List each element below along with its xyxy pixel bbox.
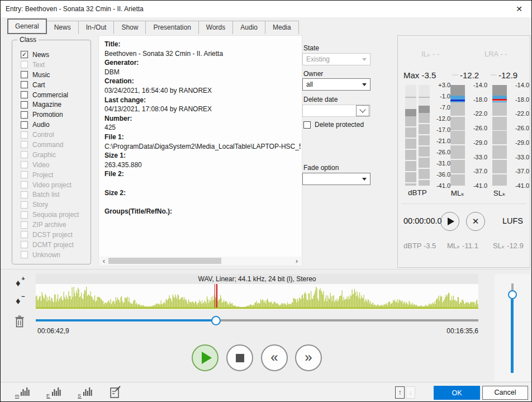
checkbox-label: Video <box>32 161 49 169</box>
meter-blue-band <box>450 96 465 100</box>
class-item-cart[interactable]: Cart <box>21 80 89 90</box>
class-item-story: Story <box>21 200 89 210</box>
play-button[interactable] <box>192 344 218 371</box>
tab-words[interactable]: Words <box>198 21 233 34</box>
seek-slider[interactable] <box>36 319 478 321</box>
stop-button[interactable] <box>226 344 253 371</box>
footer-bar: m E S ↑ ↓ OK Cancel <box>1 382 531 401</box>
volume-track-filled[interactable] <box>511 299 514 373</box>
meter-cancel-button[interactable]: ✕ <box>466 212 485 231</box>
scroll-left-icon[interactable]: ‹ <box>99 257 108 265</box>
horizontal-scrollbar[interactable]: ‹ › <box>99 257 301 265</box>
waveform-view-m-button[interactable]: m <box>14 385 32 399</box>
checkbox-label: Project <box>32 171 53 179</box>
checkbox-label: News <box>32 51 49 59</box>
chevron-down-icon <box>362 58 367 61</box>
scale-tick: -29.0 <box>508 139 529 146</box>
cancel-button[interactable]: Cancel <box>482 386 528 400</box>
play-icon <box>202 352 212 364</box>
chevron-down-icon <box>359 106 365 112</box>
playhead-cursor[interactable] <box>215 284 217 308</box>
checkbox <box>21 191 28 198</box>
date-dropdown-button[interactable] <box>356 105 369 116</box>
class-item-magazine[interactable]: Magazine <box>21 100 89 110</box>
owner-label: Owner <box>303 70 323 78</box>
checkbox-label: Audio <box>32 121 50 129</box>
waveform-canvas[interactable] <box>36 284 478 310</box>
volume-thumb[interactable] <box>508 290 517 299</box>
class-item-audio[interactable]: Audio <box>21 120 89 130</box>
tab-in-out[interactable]: In-/Out <box>78 21 115 34</box>
waveform-view-e-button[interactable]: E <box>45 385 63 399</box>
lufs-label: LUFS <box>502 216 523 225</box>
checkbox[interactable] <box>21 71 28 78</box>
checkbox[interactable] <box>21 111 28 119</box>
volume-panel <box>495 274 530 381</box>
max-dbtp-readout: Max -3.5 <box>403 70 436 80</box>
checkbox-label: Cart <box>32 81 45 89</box>
next-entry-button: ↓ <box>406 386 415 399</box>
waveform-area[interactable] <box>36 284 478 310</box>
info-value: 425 <box>104 123 301 133</box>
delete-date-picker[interactable] <box>302 105 370 117</box>
waveform-display[interactable]: WAV, Linear; 44.1 kHz, 24 bit (l), Stere… <box>36 274 478 310</box>
class-item-music[interactable]: Music <box>21 70 89 80</box>
info-value <box>104 179 301 188</box>
scale-tick: -36.0 <box>430 171 450 178</box>
tab-news[interactable]: News <box>46 21 79 34</box>
delete-protected-checkbox[interactable]: Delete protected <box>303 121 364 129</box>
class-item-commercial[interactable]: Commercial <box>21 90 89 100</box>
checkbox[interactable] <box>303 121 311 129</box>
class-panel-title: Class <box>17 36 39 44</box>
tab-media[interactable]: Media <box>265 21 299 34</box>
max-sl-readout: -12.9 <box>491 70 517 80</box>
checkbox[interactable] <box>21 91 28 98</box>
checkbox[interactable] <box>21 81 28 88</box>
meter-fill <box>419 113 430 186</box>
class-item-dcmt-project: DCMT project <box>21 240 89 250</box>
rewind-icon: « <box>270 351 278 364</box>
checkbox[interactable] <box>21 121 28 129</box>
class-item-promotion[interactable]: Promotion <box>21 110 89 120</box>
ok-button[interactable]: OK <box>434 386 480 400</box>
scale-tick: +3.0 <box>430 82 450 88</box>
scale-tick: -18.0 <box>508 96 529 103</box>
tab-presentation[interactable]: Presentation <box>145 21 198 34</box>
previous-entry-button[interactable]: ↑ <box>395 386 405 399</box>
class-item-news[interactable]: ✓News <box>21 50 89 60</box>
add-marker-button[interactable]: ♦+ <box>16 278 21 289</box>
checkbox <box>21 161 28 168</box>
scale-tick: -22.0 <box>508 110 529 117</box>
info-value <box>104 197 301 207</box>
peak-segment <box>419 106 430 113</box>
tab-show[interactable]: Show <box>113 21 146 34</box>
fade-option-select[interactable] <box>302 173 370 185</box>
tab-audio[interactable]: Audio <box>232 21 265 34</box>
window-title: Entry: Beethoven - Sonata 32 Cmin - II. … <box>6 5 144 13</box>
rewind-button[interactable]: « <box>261 344 288 371</box>
edit-document-icon[interactable] <box>109 385 127 399</box>
checkbox[interactable] <box>21 101 28 108</box>
close-icon[interactable]: ✕ <box>507 1 531 17</box>
tab-general[interactable]: General <box>7 18 47 34</box>
checkbox <box>21 251 28 258</box>
waveform-view-s-button[interactable]: S <box>77 385 94 399</box>
checkbox <box>21 241 28 248</box>
owner-select[interactable]: all <box>302 78 370 91</box>
checkbox <box>21 231 28 238</box>
scroll-right-icon[interactable]: › <box>292 257 301 265</box>
trash-icon[interactable] <box>14 315 25 330</box>
info-value: 03/24/2021, 16:54:40 by RANOREX <box>104 86 301 96</box>
meter-play-button[interactable] <box>440 212 459 231</box>
delete-protected-label: Delete protected <box>315 121 364 129</box>
remove-marker-button[interactable]: ♦− <box>16 296 21 307</box>
peak-hold-line <box>419 97 430 98</box>
forward-button[interactable]: » <box>295 344 322 371</box>
scrollbar-thumb[interactable] <box>108 258 221 264</box>
scale-tick: -17.0 <box>430 126 450 133</box>
sl-meter <box>492 85 507 186</box>
seek-thumb[interactable] <box>211 316 221 325</box>
meter-timecode: 00:00:00.0 <box>403 216 442 225</box>
checkbox-checked[interactable]: ✓ <box>21 51 28 58</box>
scale-tick: -14.0 <box>466 82 487 88</box>
